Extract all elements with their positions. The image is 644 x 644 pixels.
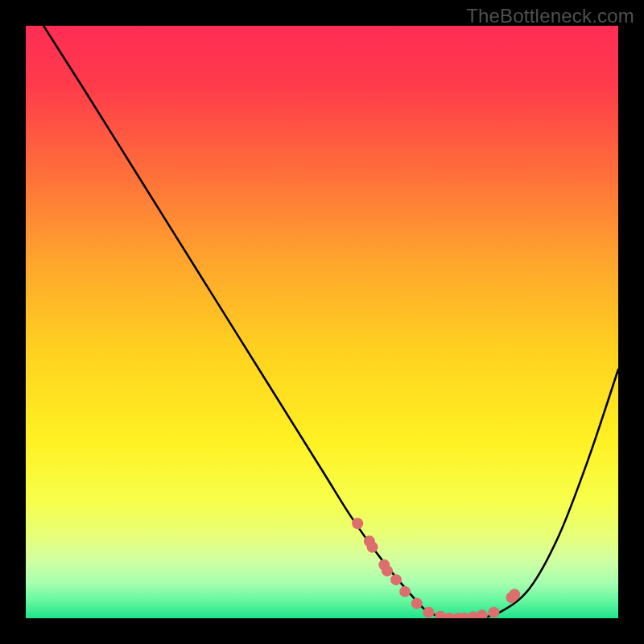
watermark-text: TheBottleneck.com: [466, 5, 634, 27]
plot-area: [26, 26, 618, 618]
chart-frame: TheBottleneck.com: [0, 0, 644, 644]
marker-point: [423, 607, 434, 618]
chart-svg: [26, 26, 618, 618]
bottleneck-curve: [43, 26, 618, 618]
marker-point: [509, 589, 520, 601]
marker-point: [411, 598, 423, 609]
marker-point: [477, 609, 488, 618]
marker-point: [390, 574, 402, 585]
marker-point: [367, 542, 378, 553]
highlight-points: [352, 518, 520, 618]
marker-point: [399, 586, 411, 597]
marker-point: [352, 518, 363, 529]
marker-point: [382, 565, 393, 576]
marker-point: [488, 607, 499, 618]
